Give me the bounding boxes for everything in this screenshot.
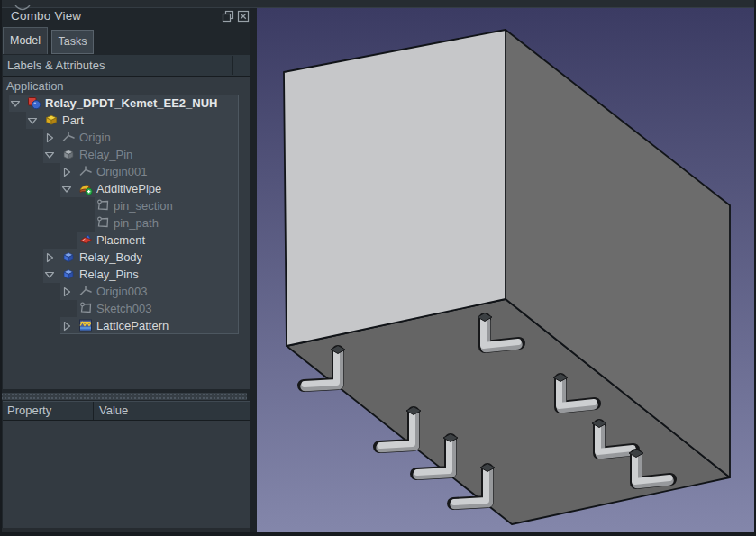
origin-icon xyxy=(78,164,93,178)
collapse-arrow-icon[interactable] xyxy=(44,150,55,160)
tree-row[interactable]: LatticePattern xyxy=(3,317,250,334)
tree-item-label: Relay_Pin xyxy=(79,148,132,161)
tree-row[interactable]: Placment xyxy=(3,232,250,249)
float-icon xyxy=(222,10,234,23)
tree-row[interactable]: AdditivePipe xyxy=(3,180,250,197)
expand-arrow-icon[interactable] xyxy=(44,132,55,143)
tree-row[interactable]: Part xyxy=(3,112,250,129)
lattice-icon xyxy=(78,318,93,332)
body-gray-icon xyxy=(61,147,76,161)
combo-view-panel: Combo View Model Tasks Labels & Attribut… xyxy=(0,7,250,536)
sketch-icon xyxy=(96,215,110,230)
tree-item-label: Placment xyxy=(96,233,145,247)
additive-pipe-icon xyxy=(78,181,93,195)
tree-item-label: Relay_Pins xyxy=(79,268,139,281)
model-tree[interactable]: Application Relay_DPDT_Kemet_EE2_NUHPart… xyxy=(3,77,250,389)
tree-item-label: Origin003 xyxy=(96,285,147,298)
origin-icon xyxy=(61,130,76,144)
collapse-arrow-icon[interactable] xyxy=(44,269,55,280)
body-blue-icon xyxy=(61,250,76,264)
tree-row[interactable]: pin_path xyxy=(3,214,250,232)
property-table-header: Property Value xyxy=(3,401,250,421)
freecad-window: Combo View Model Tasks Labels & Attribut… xyxy=(0,0,756,536)
tree-row[interactable]: Sketch003 xyxy=(3,300,250,317)
value-column-header[interactable]: Value xyxy=(99,404,128,417)
tree-row[interactable]: Origin001 xyxy=(3,163,250,180)
document-icon xyxy=(27,95,41,110)
expand-arrow-icon[interactable] xyxy=(61,286,72,297)
tree-item-label: Sketch003 xyxy=(96,302,151,315)
tree-item-label: pin_section xyxy=(114,199,173,213)
body-blue-icon xyxy=(61,267,76,281)
column-divider[interactable] xyxy=(93,402,94,420)
tree-row[interactable]: pin_section xyxy=(3,197,250,214)
tree-row[interactable]: Origin xyxy=(3,129,250,146)
vertical-splitter-handle[interactable] xyxy=(250,7,257,536)
placement-icon xyxy=(78,232,93,247)
labels-attributes-header: Labels & Attributes xyxy=(3,55,250,77)
expand-arrow-icon[interactable] xyxy=(61,167,72,177)
tree-root-application[interactable]: Application xyxy=(6,79,64,93)
collapse-arrow-icon[interactable] xyxy=(61,184,72,195)
tree-row[interactable]: Relay_Pins xyxy=(3,266,250,283)
tree-row[interactable]: Relay_Body xyxy=(3,249,250,266)
property-column-header[interactable]: Property xyxy=(7,404,51,417)
window-bottom-edge xyxy=(0,532,756,536)
relay-left-face xyxy=(284,30,506,346)
sketch-icon xyxy=(78,301,93,315)
tree-item-label: Origin001 xyxy=(96,165,147,178)
close-icon xyxy=(237,10,250,23)
expand-arrow-icon[interactable] xyxy=(44,252,55,263)
horizontal-splitter-handle[interactable] xyxy=(0,393,247,400)
tree-item-label: Part xyxy=(62,114,84,127)
header-section-divider xyxy=(232,56,233,75)
tree-item-label: LatticePattern xyxy=(96,319,169,332)
property-table-body xyxy=(3,421,250,528)
tree-item-label: AdditivePipe xyxy=(96,182,161,195)
tree-item-label: Relay_DPDT_Kemet_EE2_NUH xyxy=(45,96,217,110)
collapse-arrow-icon[interactable] xyxy=(27,115,38,126)
navigation-cluster-icon xyxy=(13,0,32,7)
tree-row[interactable]: Origin003 xyxy=(3,283,250,300)
tree-item-label: Origin xyxy=(79,131,111,144)
viewport-canvas[interactable] xyxy=(257,0,756,536)
tab-model[interactable]: Model xyxy=(3,27,48,54)
part-icon xyxy=(44,113,59,127)
combo-view-titlebar: Combo View xyxy=(0,7,250,26)
expand-arrow-icon[interactable] xyxy=(61,321,72,332)
tree-row[interactable]: Relay_Pin xyxy=(3,146,250,163)
sketch-icon xyxy=(96,198,110,213)
origin-icon xyxy=(78,284,93,298)
combo-view-tabs: Model Tasks xyxy=(0,27,250,54)
close-panel-button[interactable] xyxy=(237,10,250,23)
window-left-edge xyxy=(0,0,2,536)
toolbar-remnant-strip xyxy=(0,0,756,8)
collapse-arrow-icon[interactable] xyxy=(10,98,21,109)
3d-viewport[interactable] xyxy=(257,0,756,536)
tree-row[interactable]: Relay_DPDT_Kemet_EE2_NUH xyxy=(3,95,250,112)
tab-tasks[interactable]: Tasks xyxy=(51,30,94,54)
tree-item-label: pin_path xyxy=(114,216,159,230)
tree-item-label: Relay_Body xyxy=(79,250,142,264)
float-panel-button[interactable] xyxy=(222,10,234,23)
